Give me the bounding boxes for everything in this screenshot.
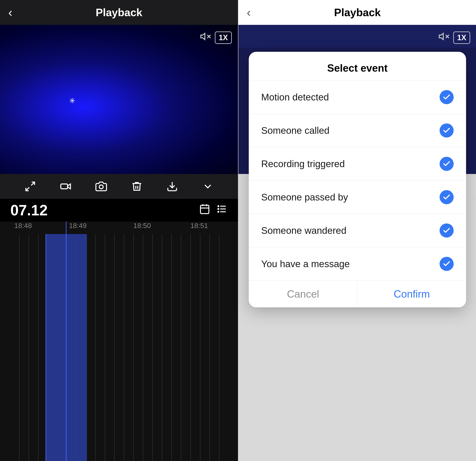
- svg-point-15: [218, 206, 219, 207]
- person-figure: ✳: [69, 96, 76, 103]
- check-icon-recording-triggered: [440, 157, 454, 171]
- event-item-motion-detected[interactable]: Motion detected: [249, 80, 466, 114]
- check-icon-you-have-a-message: [440, 257, 454, 271]
- right-video-controls: 1X: [438, 31, 470, 44]
- fullscreen-button[interactable]: [25, 181, 36, 192]
- svg-rect-5: [61, 184, 68, 189]
- search-events-button[interactable]: [216, 203, 228, 217]
- svg-point-16: [218, 209, 219, 209]
- svg-point-6: [99, 185, 103, 189]
- left-panel: ‹ Playback 1X ✳: [0, 0, 238, 461]
- left-title: Playback: [96, 6, 142, 19]
- left-video-area: 1X ✳: [0, 25, 238, 174]
- check-icon-someone-called: [440, 123, 454, 138]
- snapshot-button[interactable]: [95, 181, 107, 192]
- event-label-recording-triggered: Recording triggered: [261, 158, 345, 169]
- timeline-label-1850: 18:50: [133, 222, 151, 230]
- event-item-recording-triggered[interactable]: Recording triggered: [249, 147, 466, 180]
- check-icon-motion-detected: [440, 90, 454, 104]
- left-header: ‹ Playback: [0, 0, 238, 25]
- right-speed-badge[interactable]: 1X: [453, 32, 470, 44]
- svg-marker-0: [201, 33, 205, 40]
- calendar-button[interactable]: [199, 203, 210, 217]
- more-button[interactable]: [202, 181, 213, 192]
- mute-icon[interactable]: [200, 31, 211, 44]
- playhead: [66, 222, 67, 461]
- svg-line-4: [26, 187, 29, 191]
- event-label-motion-detected: Motion detected: [261, 92, 329, 103]
- cancel-button[interactable]: Cancel: [249, 281, 358, 307]
- check-icon-someone-wandered: [440, 224, 454, 237]
- check-icon-someone-passed-by: [440, 190, 454, 204]
- modal-title: Select event: [249, 52, 466, 80]
- left-video-controls: 1X: [200, 31, 232, 44]
- right-title: Playback: [334, 6, 381, 19]
- date-display: 07.12: [10, 202, 48, 219]
- speed-badge[interactable]: 1X: [215, 32, 232, 44]
- left-back-button[interactable]: ‹: [8, 6, 12, 19]
- timeline[interactable]: 18:48 18:49 18:50 18:51: [0, 222, 238, 461]
- event-item-someone-called[interactable]: Someone called: [249, 114, 466, 147]
- timeline-label-1849: 18:49: [69, 222, 87, 230]
- right-mute-icon[interactable]: [438, 31, 449, 44]
- modal-overlay: Select event Motion detected Someone cal…: [238, 48, 476, 461]
- timeline-label-1848: 18:48: [14, 222, 32, 230]
- svg-marker-18: [439, 33, 443, 40]
- timeline-label-1851: 18:51: [190, 222, 208, 230]
- event-list: Motion detected Someone called: [249, 80, 466, 280]
- event-item-you-have-a-message[interactable]: You have a message: [249, 247, 466, 280]
- event-label-you-have-a-message: You have a message: [261, 258, 350, 270]
- event-item-someone-wandered[interactable]: Someone wandered: [249, 214, 466, 247]
- right-back-button[interactable]: ‹: [247, 6, 251, 19]
- event-label-someone-called: Someone called: [261, 125, 330, 136]
- svg-point-17: [218, 211, 219, 212]
- event-label-someone-wandered: Someone wandered: [261, 225, 347, 236]
- record-button[interactable]: [60, 181, 71, 192]
- svg-line-3: [31, 182, 34, 185]
- download-button[interactable]: [166, 181, 178, 192]
- timeline-ticks: [0, 234, 238, 461]
- event-label-someone-passed-by: Someone passed by: [261, 191, 348, 203]
- modal-footer: Cancel Confirm: [249, 280, 466, 307]
- select-event-modal: Select event Motion detected Someone cal…: [249, 52, 466, 307]
- left-toolbar: [0, 174, 238, 199]
- right-header: ‹ Playback: [238, 0, 476, 25]
- delete-button[interactable]: [131, 181, 143, 192]
- date-icons: [199, 203, 228, 217]
- right-panel: ‹ Playback 1X ☁ 🕐 🕑 🕒 💬 ☁ 🧍 🧍: [238, 0, 476, 461]
- svg-rect-8: [201, 205, 209, 214]
- date-bar: 07.12: [0, 199, 238, 222]
- event-item-someone-passed-by[interactable]: Someone passed by: [249, 180, 466, 214]
- confirm-button[interactable]: Confirm: [358, 281, 466, 307]
